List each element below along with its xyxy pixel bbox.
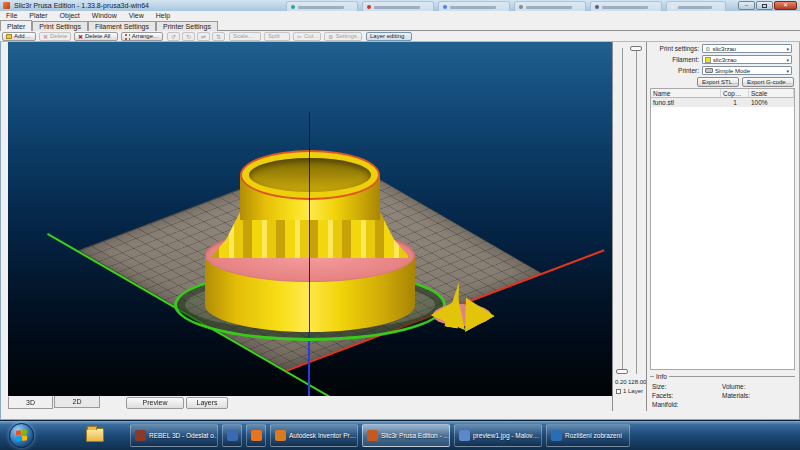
cell-copies: 1 (721, 98, 749, 107)
delete-all-button[interactable]: ✖ Delete All (74, 32, 118, 41)
titlebar: Slic3r Prusa Edition - 1.33.8-prusa3d-wi… (0, 0, 800, 11)
printer-label: Printer: (647, 66, 699, 76)
start-button[interactable] (9, 423, 34, 448)
taskbar-button-label: Slic3r Prusa Edition - … (381, 432, 450, 439)
3d-viewport[interactable] (8, 42, 612, 396)
cut-button[interactable]: ✂ Cut… (293, 32, 321, 41)
one-layer-row: 1 Layer (616, 388, 643, 394)
cut-label: Cut… (304, 33, 319, 40)
info-facets-label: Facets: (652, 391, 722, 400)
background-browser-tab (286, 1, 358, 11)
minimize-button[interactable]: – (738, 1, 755, 10)
print-settings-row: Print settings: ⚙ slic3rzao ▾ (647, 44, 798, 54)
tab-2d[interactable]: 2D (54, 396, 100, 408)
scale-button[interactable]: Scale… (229, 32, 261, 41)
tab-print-settings[interactable]: Print Settings (32, 21, 88, 31)
export-stl-label: Export STL… (702, 78, 738, 86)
one-layer-checkbox[interactable] (616, 389, 621, 394)
rebel3d-app-icon (135, 430, 146, 441)
menu-file[interactable]: File (0, 11, 23, 20)
layer-editing-panel: 0.20 128.00 1 Layer (612, 42, 646, 411)
rotate-ccw-button[interactable]: ↺ (167, 32, 180, 41)
tab-preview[interactable]: Preview (126, 397, 184, 409)
explorer-folder-icon[interactable] (86, 428, 104, 442)
close-button[interactable]: ✕ (774, 1, 797, 10)
menu-plater[interactable]: Plater (23, 11, 53, 20)
taskbar-button-slic3r[interactable]: Slic3r Prusa Edition - … (362, 424, 450, 447)
taskbar-button-app1[interactable] (222, 424, 242, 447)
mirror-button[interactable]: ⇄ (197, 32, 210, 41)
layer-max-slider-handle[interactable] (630, 46, 642, 51)
menu-view[interactable]: View (123, 11, 150, 20)
info-volume-label: Volume: (722, 382, 795, 391)
background-browser-tab (590, 1, 662, 11)
chevron-down-icon: ▾ (786, 46, 789, 52)
mirror-icon: ⇄ (201, 34, 206, 40)
minimize-icon: – (745, 2, 748, 8)
app-icon (3, 2, 10, 9)
tab-printer-settings[interactable]: Printer Settings (156, 21, 218, 31)
delete-button[interactable]: ✖ Delete (39, 32, 71, 41)
export-gcode-button[interactable]: Export G-code… (742, 77, 794, 87)
tab-title-blur (678, 6, 712, 9)
scale-handles-button[interactable]: ⇅ (212, 32, 225, 41)
export-gcode-label: Export G-code… (747, 78, 792, 86)
object-table: Name Cop… Scale funo.stl 1 100% (650, 88, 795, 370)
taskbar-button-display-settings[interactable]: Rozlišení zobrazení (546, 424, 630, 447)
favicon-dot (671, 5, 675, 9)
maximize-button[interactable] (756, 1, 773, 10)
cut-icon: ✂ (297, 34, 302, 40)
taskbar-button-label: REBEL 3D - Odeslat o… (149, 432, 218, 439)
header-name[interactable]: Name (651, 89, 721, 97)
menu-object[interactable]: Object (54, 11, 86, 20)
windows-logo-icon (16, 429, 27, 441)
layer-min-slider-handle[interactable] (616, 369, 628, 374)
printer-select[interactable]: Simple Mode ▾ (702, 66, 792, 75)
arrange-button[interactable]: Arrange… (121, 32, 163, 41)
taskbar-button-label: Rozlišení zobrazení (565, 432, 622, 439)
taskbar-button-inventor[interactable]: Autodesk Inventor Pr… (270, 424, 358, 447)
menu-help[interactable]: Help (150, 11, 176, 20)
printer-icon (705, 68, 713, 73)
header-copies[interactable]: Cop… (721, 89, 749, 97)
taskbar-button-rebel3d[interactable]: REBEL 3D - Odeslat o… (130, 424, 218, 447)
chevron-down-icon: ▾ (786, 68, 789, 74)
add-button[interactable]: Add… (2, 32, 36, 41)
tab-plater[interactable]: Plater (0, 20, 32, 31)
settings-button[interactable]: ⚙ Settings… (324, 32, 362, 41)
add-icon (6, 34, 12, 39)
tab-3d[interactable]: 3D (8, 396, 53, 409)
tab-filament-settings[interactable]: Filament Settings (88, 21, 156, 31)
table-row[interactable]: funo.stl 1 100% (651, 98, 794, 107)
taskbar-button-app2[interactable] (246, 424, 266, 447)
object-table-header: Name Cop… Scale (651, 89, 794, 98)
tab-title-blur (374, 6, 420, 9)
favicon-dot (443, 5, 447, 9)
layer-min-slider-track[interactable] (622, 48, 623, 374)
maximize-icon (762, 4, 767, 8)
model-top-rim[interactable] (240, 150, 380, 200)
export-stl-button[interactable]: Export STL… (697, 77, 739, 87)
menu-window[interactable]: Window (86, 11, 123, 20)
background-browser-tab (362, 1, 434, 11)
filament-select[interactable]: slic3rzao ▾ (702, 55, 792, 64)
slic3r-window: Slic3r Prusa Edition - 1.33.8-prusa3d-wi… (0, 0, 800, 420)
header-scale[interactable]: Scale (749, 89, 794, 97)
z-axis-line-up (309, 112, 310, 332)
print-settings-value: slic3rzao (712, 45, 784, 53)
tab-title-blur (298, 6, 344, 9)
layer-max-slider-track[interactable] (636, 48, 637, 374)
favicon-dot (367, 5, 371, 9)
delete-icon: ✖ (43, 34, 48, 40)
info-size-label: Size: (652, 382, 722, 391)
tab-layers[interactable]: Layers (186, 397, 228, 409)
rotate-cw-button[interactable]: ↻ (182, 32, 195, 41)
print-settings-select[interactable]: ⚙ slic3rzao ▾ (702, 44, 792, 53)
delete-label: Delete (50, 33, 67, 40)
printer-row: Printer: Simple Mode ▾ (647, 66, 798, 76)
layer-editing-button[interactable]: Layer editing (366, 32, 412, 41)
background-browser-tab (666, 1, 726, 11)
add-label: Add… (14, 33, 31, 40)
taskbar-button-paint[interactable]: preview1.jpg - Malov… (454, 424, 542, 447)
split-button[interactable]: Split (264, 32, 290, 41)
